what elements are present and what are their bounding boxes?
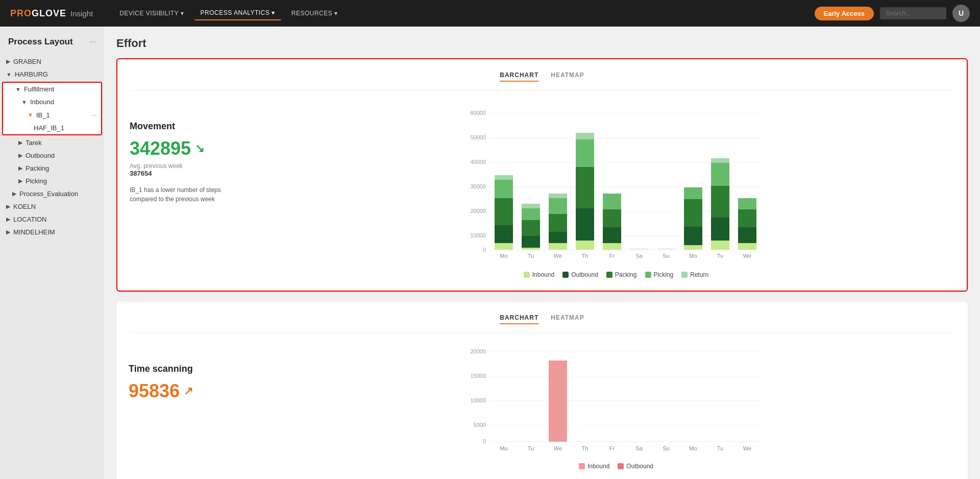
svg-text:Mo: Mo xyxy=(500,445,507,451)
avg-label: Avg. previous week xyxy=(130,162,262,170)
svg-rect-73 xyxy=(549,361,567,442)
logo-glove: GLOVE xyxy=(32,8,66,19)
early-access-button[interactable]: Early Access xyxy=(815,7,874,20)
svg-rect-56 xyxy=(711,158,729,163)
svg-text:40000: 40000 xyxy=(470,159,486,165)
legend-packing: Packing xyxy=(606,271,637,278)
chevron-down-icon: ▾ xyxy=(181,10,184,17)
svg-rect-18 xyxy=(495,175,513,180)
expand-icon: ▶ xyxy=(18,165,22,172)
nav-process-analytics[interactable]: PROCESS ANALYTICS ▾ xyxy=(194,6,281,20)
expand-icon: ▼ xyxy=(28,112,33,118)
tab-barchart-2[interactable]: BARCHART xyxy=(500,314,538,324)
sidebar-item-ib1[interactable]: ▼ IB_1 ··· xyxy=(3,108,101,122)
item-options-button[interactable]: ··· xyxy=(91,111,97,119)
legend-outbound-color xyxy=(562,272,569,278)
tab-heatmap-2[interactable]: HEATMAP xyxy=(551,314,584,324)
chart2-tabs: BARCHART HEATMAP xyxy=(129,314,955,324)
sidebar-item-graben[interactable]: ▶ GRABEN xyxy=(0,55,104,68)
svg-text:20000: 20000 xyxy=(470,348,486,354)
legend-picking-color xyxy=(645,272,651,278)
svg-rect-24 xyxy=(522,204,540,208)
trend-up-icon: ↗ xyxy=(184,385,193,398)
legend2-inbound: Inbound xyxy=(579,463,609,470)
expand-icon: ▼ xyxy=(6,71,12,78)
movement-bar-chart-svg: 60000 50000 40000 30000 20000 10000 0 xyxy=(278,101,954,264)
expand-icon: ▶ xyxy=(18,178,22,184)
svg-text:20000: 20000 xyxy=(470,208,486,214)
sidebar-item-fulfillment[interactable]: ▼ Fulfillment xyxy=(3,83,101,95)
sidebar-title: Process Layout xyxy=(8,37,73,47)
expand-icon: ▼ xyxy=(15,86,21,92)
svg-text:Tu: Tu xyxy=(528,253,534,259)
trend-down-icon: ↘ xyxy=(195,142,204,155)
time-scanning-chart-card: BARCHART HEATMAP Time scanning 95836 ↗ xyxy=(116,302,968,479)
chart2-inner: Time scanning 95836 ↗ 20000 15000 10000 … xyxy=(129,343,955,470)
legend-packing-color xyxy=(606,272,612,278)
svg-text:Th: Th xyxy=(582,445,589,451)
app-layout: Process Layout ··· ▶ GRABEN ▼ HARBURG ▼ … xyxy=(0,27,980,479)
sidebar-header: Process Layout ··· xyxy=(0,33,104,55)
svg-text:Sa: Sa xyxy=(635,253,643,259)
nav-resources[interactable]: RESOURCES ▾ xyxy=(285,7,344,20)
time-scanning-value: 95836 ↗ xyxy=(129,380,261,402)
legend2-outbound: Outbound xyxy=(618,463,653,470)
main-content: Effort BARCHART HEATMAP Movement 342895 … xyxy=(104,27,980,479)
avg-value: 387654 xyxy=(130,170,262,177)
chevron-down-icon: ▾ xyxy=(272,9,275,16)
sidebar-item-packing[interactable]: ▶ Packing xyxy=(0,162,104,175)
sidebar-item-inbound[interactable]: ▼ Inbound xyxy=(3,95,101,108)
svg-text:0: 0 xyxy=(483,438,486,444)
legend2-outbound-color xyxy=(618,463,624,469)
tab-heatmap-1[interactable]: HEATMAP xyxy=(551,71,584,82)
expand-icon: ▶ xyxy=(6,216,10,223)
svg-rect-48 xyxy=(684,227,702,245)
svg-rect-43 xyxy=(630,248,648,250)
nav-items: DEVICE VISIBILITY ▾ PROCESS ANALYTICS ▾ … xyxy=(113,6,344,20)
svg-rect-16 xyxy=(495,198,513,225)
svg-text:15000: 15000 xyxy=(470,373,486,379)
svg-text:We: We xyxy=(743,253,751,259)
svg-text:Tu: Tu xyxy=(717,253,723,259)
sidebar-options-button[interactable]: ··· xyxy=(89,37,96,46)
svg-text:0: 0 xyxy=(483,247,486,253)
svg-text:Th: Th xyxy=(582,253,589,259)
legend-picking: Picking xyxy=(645,271,674,278)
sidebar-item-outbound[interactable]: ▶ Outbound xyxy=(0,149,104,162)
svg-text:30000: 30000 xyxy=(470,183,486,189)
sidebar-item-tarek[interactable]: ▶ Tarek xyxy=(0,136,104,149)
avatar[interactable]: U xyxy=(952,5,970,22)
expand-icon: ▼ xyxy=(21,99,27,105)
svg-rect-17 xyxy=(495,180,513,198)
chart1-note: IB_1 has a lower number of steps compare… xyxy=(130,185,242,204)
sidebar-item-process-eval[interactable]: ▶ Process_Evaluation xyxy=(0,187,104,200)
chart1-tabs: BARCHART HEATMAP xyxy=(130,71,954,82)
logo-insight: Insight xyxy=(70,9,93,18)
sidebar-item-mindelheim[interactable]: ▶ MINDELHEIM xyxy=(0,226,104,238)
svg-text:Mo: Mo xyxy=(689,445,697,451)
svg-rect-27 xyxy=(549,232,567,243)
svg-rect-47 xyxy=(684,245,702,250)
sidebar-item-location[interactable]: ▶ LOCATION xyxy=(0,213,104,226)
sidebar-item-haf-ib1[interactable]: HAF_IB_1 xyxy=(3,122,101,134)
svg-rect-14 xyxy=(495,243,513,250)
nav-device-visibility[interactable]: DEVICE VISIBILITY ▾ xyxy=(113,7,190,20)
svg-rect-59 xyxy=(738,227,756,243)
svg-rect-32 xyxy=(576,241,594,250)
chart1-barchart: 60000 50000 40000 30000 20000 10000 0 xyxy=(278,101,954,278)
expand-icon: ▶ xyxy=(6,58,10,65)
legend-inbound-color xyxy=(524,272,530,278)
svg-rect-60 xyxy=(738,209,756,227)
svg-text:10000: 10000 xyxy=(470,397,486,403)
time-scanning-label: Time scanning xyxy=(129,364,261,374)
sidebar-item-picking[interactable]: ▶ Picking xyxy=(0,175,104,187)
movement-label: Movement xyxy=(130,121,262,132)
tab-barchart-1[interactable]: BARCHART xyxy=(500,71,538,82)
search-input[interactable] xyxy=(880,7,946,19)
sidebar-item-harburg[interactable]: ▼ HARBURG xyxy=(0,68,104,81)
legend-return: Return xyxy=(681,271,708,278)
svg-rect-52 xyxy=(711,241,729,250)
sidebar-item-koeln[interactable]: ▶ KOELN xyxy=(0,200,104,213)
svg-rect-38 xyxy=(603,243,621,250)
svg-rect-15 xyxy=(495,225,513,243)
